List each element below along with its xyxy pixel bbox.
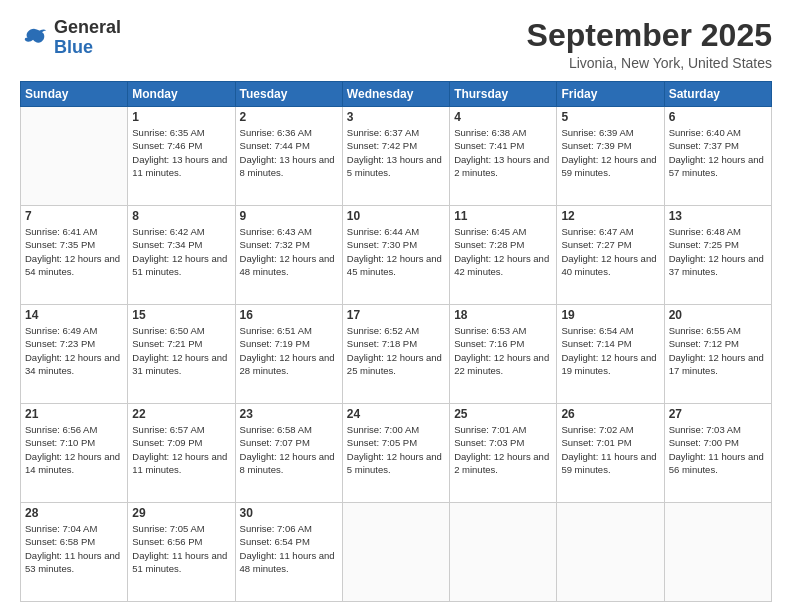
page: General Blue September 2025 Livonia, New…: [0, 0, 792, 612]
calendar-table: Sunday Monday Tuesday Wednesday Thursday…: [20, 81, 772, 602]
day-number: 13: [669, 209, 767, 223]
title-block: September 2025 Livonia, New York, United…: [527, 18, 772, 71]
day-number: 12: [561, 209, 659, 223]
calendar-cell-w3-d1: 14Sunrise: 6:49 AMSunset: 7:23 PMDayligh…: [21, 305, 128, 404]
day-info: Sunrise: 6:49 AMSunset: 7:23 PMDaylight:…: [25, 324, 123, 377]
weekday-header-row: Sunday Monday Tuesday Wednesday Thursday…: [21, 82, 772, 107]
calendar-cell-w2-d6: 12Sunrise: 6:47 AMSunset: 7:27 PMDayligh…: [557, 206, 664, 305]
day-number: 5: [561, 110, 659, 124]
day-info: Sunrise: 6:44 AMSunset: 7:30 PMDaylight:…: [347, 225, 445, 278]
calendar-cell-w5-d7: [664, 503, 771, 602]
calendar-cell-w2-d5: 11Sunrise: 6:45 AMSunset: 7:28 PMDayligh…: [450, 206, 557, 305]
day-number: 20: [669, 308, 767, 322]
day-number: 14: [25, 308, 123, 322]
day-info: Sunrise: 6:43 AMSunset: 7:32 PMDaylight:…: [240, 225, 338, 278]
day-number: 7: [25, 209, 123, 223]
day-number: 26: [561, 407, 659, 421]
day-info: Sunrise: 6:51 AMSunset: 7:19 PMDaylight:…: [240, 324, 338, 377]
day-info: Sunrise: 6:56 AMSunset: 7:10 PMDaylight:…: [25, 423, 123, 476]
calendar-cell-w3-d6: 19Sunrise: 6:54 AMSunset: 7:14 PMDayligh…: [557, 305, 664, 404]
day-info: Sunrise: 6:35 AMSunset: 7:46 PMDaylight:…: [132, 126, 230, 179]
calendar-cell-w4-d6: 26Sunrise: 7:02 AMSunset: 7:01 PMDayligh…: [557, 404, 664, 503]
calendar-cell-w3-d3: 16Sunrise: 6:51 AMSunset: 7:19 PMDayligh…: [235, 305, 342, 404]
calendar-cell-w5-d6: [557, 503, 664, 602]
calendar-cell-w2-d1: 7Sunrise: 6:41 AMSunset: 7:35 PMDaylight…: [21, 206, 128, 305]
calendar-week-4: 21Sunrise: 6:56 AMSunset: 7:10 PMDayligh…: [21, 404, 772, 503]
day-number: 3: [347, 110, 445, 124]
calendar-week-1: 1Sunrise: 6:35 AMSunset: 7:46 PMDaylight…: [21, 107, 772, 206]
day-number: 29: [132, 506, 230, 520]
calendar-cell-w2-d7: 13Sunrise: 6:48 AMSunset: 7:25 PMDayligh…: [664, 206, 771, 305]
calendar-cell-w3-d4: 17Sunrise: 6:52 AMSunset: 7:18 PMDayligh…: [342, 305, 449, 404]
logo-text: General Blue: [54, 18, 121, 58]
day-info: Sunrise: 6:40 AMSunset: 7:37 PMDaylight:…: [669, 126, 767, 179]
day-number: 11: [454, 209, 552, 223]
calendar-cell-w4-d7: 27Sunrise: 7:03 AMSunset: 7:00 PMDayligh…: [664, 404, 771, 503]
day-number: 24: [347, 407, 445, 421]
calendar-cell-w3-d2: 15Sunrise: 6:50 AMSunset: 7:21 PMDayligh…: [128, 305, 235, 404]
day-number: 17: [347, 308, 445, 322]
day-info: Sunrise: 6:47 AMSunset: 7:27 PMDaylight:…: [561, 225, 659, 278]
calendar-cell-w4-d5: 25Sunrise: 7:01 AMSunset: 7:03 PMDayligh…: [450, 404, 557, 503]
day-number: 2: [240, 110, 338, 124]
day-number: 27: [669, 407, 767, 421]
day-info: Sunrise: 6:55 AMSunset: 7:12 PMDaylight:…: [669, 324, 767, 377]
calendar-week-5: 28Sunrise: 7:04 AMSunset: 6:58 PMDayligh…: [21, 503, 772, 602]
calendar-cell-w4-d4: 24Sunrise: 7:00 AMSunset: 7:05 PMDayligh…: [342, 404, 449, 503]
day-number: 23: [240, 407, 338, 421]
day-info: Sunrise: 6:54 AMSunset: 7:14 PMDaylight:…: [561, 324, 659, 377]
day-info: Sunrise: 6:53 AMSunset: 7:16 PMDaylight:…: [454, 324, 552, 377]
calendar-cell-w1-d6: 5Sunrise: 6:39 AMSunset: 7:39 PMDaylight…: [557, 107, 664, 206]
calendar-cell-w5-d3: 30Sunrise: 7:06 AMSunset: 6:54 PMDayligh…: [235, 503, 342, 602]
calendar-cell-w2-d4: 10Sunrise: 6:44 AMSunset: 7:30 PMDayligh…: [342, 206, 449, 305]
calendar-cell-w1-d4: 3Sunrise: 6:37 AMSunset: 7:42 PMDaylight…: [342, 107, 449, 206]
day-number: 6: [669, 110, 767, 124]
calendar-cell-w2-d2: 8Sunrise: 6:42 AMSunset: 7:34 PMDaylight…: [128, 206, 235, 305]
calendar-cell-w5-d5: [450, 503, 557, 602]
logo-blue: Blue: [54, 38, 121, 58]
day-info: Sunrise: 7:00 AMSunset: 7:05 PMDaylight:…: [347, 423, 445, 476]
day-number: 28: [25, 506, 123, 520]
calendar-cell-w1-d5: 4Sunrise: 6:38 AMSunset: 7:41 PMDaylight…: [450, 107, 557, 206]
calendar-week-2: 7Sunrise: 6:41 AMSunset: 7:35 PMDaylight…: [21, 206, 772, 305]
day-info: Sunrise: 6:52 AMSunset: 7:18 PMDaylight:…: [347, 324, 445, 377]
calendar-cell-w5-d2: 29Sunrise: 7:05 AMSunset: 6:56 PMDayligh…: [128, 503, 235, 602]
day-info: Sunrise: 6:39 AMSunset: 7:39 PMDaylight:…: [561, 126, 659, 179]
header-friday: Friday: [557, 82, 664, 107]
day-info: Sunrise: 6:42 AMSunset: 7:34 PMDaylight:…: [132, 225, 230, 278]
day-number: 10: [347, 209, 445, 223]
calendar-cell-w4-d2: 22Sunrise: 6:57 AMSunset: 7:09 PMDayligh…: [128, 404, 235, 503]
day-number: 9: [240, 209, 338, 223]
calendar-cell-w1-d2: 1Sunrise: 6:35 AMSunset: 7:46 PMDaylight…: [128, 107, 235, 206]
day-info: Sunrise: 7:03 AMSunset: 7:00 PMDaylight:…: [669, 423, 767, 476]
header-saturday: Saturday: [664, 82, 771, 107]
month-title: September 2025: [527, 18, 772, 53]
day-info: Sunrise: 6:37 AMSunset: 7:42 PMDaylight:…: [347, 126, 445, 179]
day-number: 18: [454, 308, 552, 322]
day-info: Sunrise: 7:04 AMSunset: 6:58 PMDaylight:…: [25, 522, 123, 575]
calendar-cell-w5-d1: 28Sunrise: 7:04 AMSunset: 6:58 PMDayligh…: [21, 503, 128, 602]
calendar-cell-w4-d1: 21Sunrise: 6:56 AMSunset: 7:10 PMDayligh…: [21, 404, 128, 503]
header-monday: Monday: [128, 82, 235, 107]
calendar-cell-w1-d1: [21, 107, 128, 206]
calendar-cell-w1-d7: 6Sunrise: 6:40 AMSunset: 7:37 PMDaylight…: [664, 107, 771, 206]
day-number: 25: [454, 407, 552, 421]
day-info: Sunrise: 6:50 AMSunset: 7:21 PMDaylight:…: [132, 324, 230, 377]
day-info: Sunrise: 6:57 AMSunset: 7:09 PMDaylight:…: [132, 423, 230, 476]
day-info: Sunrise: 6:58 AMSunset: 7:07 PMDaylight:…: [240, 423, 338, 476]
day-number: 21: [25, 407, 123, 421]
day-number: 4: [454, 110, 552, 124]
day-number: 1: [132, 110, 230, 124]
day-info: Sunrise: 7:02 AMSunset: 7:01 PMDaylight:…: [561, 423, 659, 476]
calendar-cell-w1-d3: 2Sunrise: 6:36 AMSunset: 7:44 PMDaylight…: [235, 107, 342, 206]
day-info: Sunrise: 7:01 AMSunset: 7:03 PMDaylight:…: [454, 423, 552, 476]
day-info: Sunrise: 6:38 AMSunset: 7:41 PMDaylight:…: [454, 126, 552, 179]
header-tuesday: Tuesday: [235, 82, 342, 107]
calendar-week-3: 14Sunrise: 6:49 AMSunset: 7:23 PMDayligh…: [21, 305, 772, 404]
day-number: 22: [132, 407, 230, 421]
day-number: 8: [132, 209, 230, 223]
day-number: 30: [240, 506, 338, 520]
day-info: Sunrise: 7:05 AMSunset: 6:56 PMDaylight:…: [132, 522, 230, 575]
day-info: Sunrise: 6:48 AMSunset: 7:25 PMDaylight:…: [669, 225, 767, 278]
header-wednesday: Wednesday: [342, 82, 449, 107]
